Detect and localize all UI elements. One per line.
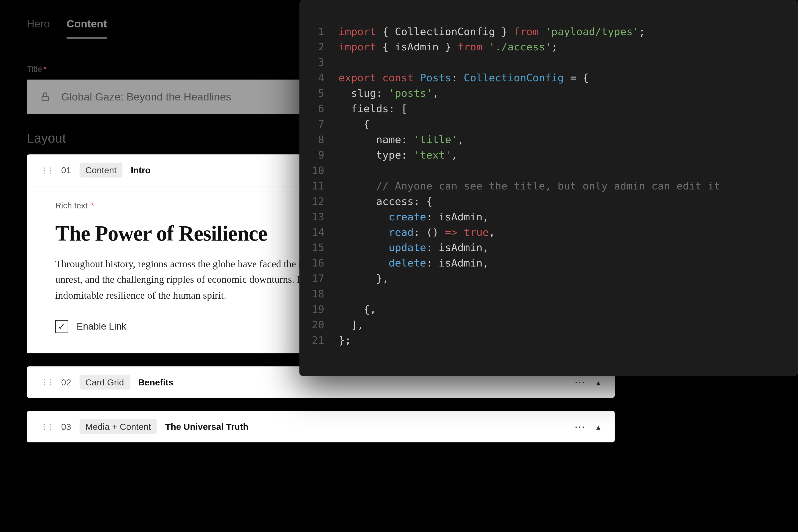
line-number: 14 [311, 224, 339, 240]
code-line: 20 ], [311, 317, 779, 332]
line-number: 10 [311, 163, 339, 178]
code-line: 12 access: { [311, 193, 779, 209]
block-type-badge: Content [79, 163, 122, 178]
block-name: Intro [131, 165, 151, 175]
line-number: 16 [311, 255, 339, 271]
line-number: 21 [311, 332, 339, 348]
code-content[interactable]: delete: isAdmin, [339, 255, 489, 271]
code-line: 16 delete: isAdmin, [311, 255, 779, 271]
block-index: 03 [61, 421, 71, 432]
line-number: 1 [311, 24, 339, 39]
line-number: 3 [311, 55, 339, 70]
code-content[interactable]: create: isAdmin, [339, 209, 489, 224]
richtext-label-text: Rich text [55, 201, 88, 210]
code-content[interactable]: type: 'text', [339, 147, 458, 163]
code-line: 11 // Anyone can see the title, but only… [311, 178, 779, 194]
block-index: 02 [61, 377, 71, 387]
lock-icon [40, 91, 51, 103]
code-content[interactable]: slug: 'posts', [339, 86, 439, 101]
block-type-badge: Card Grid [79, 375, 130, 390]
code-line: 19 {, [311, 302, 779, 317]
code-line: 6 fields: [ [311, 101, 779, 116]
title-label-text: Title [27, 64, 42, 74]
code-content[interactable]: ], [339, 317, 364, 332]
svg-rect-0 [42, 96, 49, 101]
required-indicator: * [43, 64, 46, 74]
code-line: 15 update: isAdmin, [311, 240, 779, 255]
code-content[interactable]: name: 'title', [339, 132, 464, 147]
line-number: 5 [311, 86, 339, 101]
drag-handle-icon[interactable]: ⋮⋮ [41, 166, 53, 174]
code-line: 5 slug: 'posts', [311, 86, 779, 101]
code-line: 2import { isAdmin } from './access'; [311, 39, 779, 55]
required-indicator: * [89, 201, 94, 210]
line-number: 8 [311, 132, 339, 147]
code-content[interactable]: update: isAdmin, [339, 240, 489, 255]
code-editor[interactable]: 1import { CollectionConfig } from 'paylo… [299, 0, 798, 376]
code-line: 8 name: 'title', [311, 132, 779, 147]
code-line: 4export const Posts: CollectionConfig = … [311, 70, 779, 86]
code-line: 17 }, [311, 271, 779, 286]
block-name: Benefits [138, 377, 173, 387]
line-number: 12 [311, 193, 339, 209]
code-content[interactable]: import { CollectionConfig } from 'payloa… [339, 24, 645, 39]
code-line: 10 [311, 163, 779, 178]
code-content[interactable]: // Anyone can see the title, but only ad… [339, 178, 720, 194]
block-actions: ⋯ ▴ [574, 377, 601, 387]
code-content[interactable]: read: () => true, [339, 224, 495, 240]
title-value: Global Gaze: Beyond the Headlines [61, 91, 231, 103]
block-name: The Universal Truth [165, 421, 249, 432]
code-line: 1import { CollectionConfig } from 'paylo… [311, 24, 779, 39]
code-line: 7 { [311, 116, 779, 132]
block-type-badge: Media + Content [79, 419, 157, 434]
code-content[interactable]: }, [339, 271, 389, 286]
code-content[interactable]: import { isAdmin } from './access'; [339, 39, 557, 55]
line-number: 4 [311, 70, 339, 86]
line-number: 19 [311, 302, 339, 317]
block-header[interactable]: ⋮⋮ 03 Media + Content The Universal Trut… [27, 411, 615, 442]
code-content[interactable]: fields: [ [339, 101, 407, 116]
code-content[interactable]: export const Posts: CollectionConfig = { [339, 70, 589, 86]
code-content[interactable]: access: { [339, 193, 432, 209]
line-number: 9 [311, 147, 339, 163]
code-line: 9 type: 'text', [311, 147, 779, 163]
code-line: 13 create: isAdmin, [311, 209, 779, 224]
block-index: 01 [61, 165, 71, 175]
code-line: 14 read: () => true, [311, 224, 779, 240]
block-actions: ⋯ ▴ [574, 422, 601, 431]
drag-handle-icon[interactable]: ⋮⋮ [41, 378, 53, 386]
enable-link-checkbox[interactable]: ✓ [55, 320, 68, 333]
line-number: 2 [311, 39, 339, 55]
tab-content[interactable]: Content [66, 18, 107, 38]
line-number: 6 [311, 101, 339, 116]
line-number: 7 [311, 116, 339, 132]
line-number: 20 [311, 317, 339, 332]
enable-link-label: Enable Link [77, 321, 126, 332]
code-line: 18 [311, 286, 779, 302]
drag-handle-icon[interactable]: ⋮⋮ [41, 422, 53, 431]
chevron-up-icon[interactable]: ▴ [596, 377, 601, 387]
code-line: 21}; [311, 332, 779, 348]
code-content[interactable]: { [339, 116, 370, 132]
line-number: 13 [311, 209, 339, 224]
line-number: 11 [311, 178, 339, 194]
code-content[interactable]: }; [339, 332, 351, 348]
line-number: 18 [311, 286, 339, 302]
line-number: 15 [311, 240, 339, 255]
line-number: 17 [311, 271, 339, 286]
chevron-up-icon[interactable]: ▴ [596, 422, 601, 431]
code-line: 3 [311, 55, 779, 70]
code-content[interactable]: {, [339, 302, 376, 317]
layout-block-03: ⋮⋮ 03 Media + Content The Universal Trut… [27, 411, 615, 442]
tab-hero[interactable]: Hero [27, 18, 50, 38]
